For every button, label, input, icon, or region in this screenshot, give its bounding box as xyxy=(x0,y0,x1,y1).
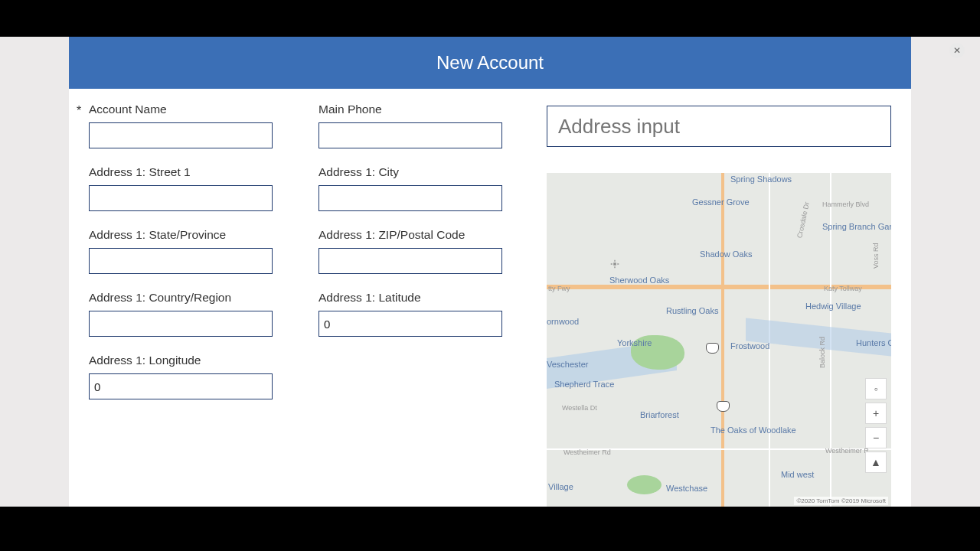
map-tilt-button[interactable]: ▲ xyxy=(865,452,887,473)
map-place-label: Yorkshire xyxy=(617,338,652,347)
map-place-label: Shepherd Trace xyxy=(554,380,614,389)
map-road-label: Crosdale Dr xyxy=(795,201,811,239)
right-pane: Spring Shadows Gessner Grove Spring Bran… xyxy=(533,103,906,507)
field-account-name: Account Name xyxy=(74,103,296,148)
modal-header: New Account xyxy=(69,37,911,89)
label-city: Address 1: City xyxy=(318,165,525,179)
map-place-label: Spring Shadows xyxy=(730,174,792,184)
map-place-label: Mid west xyxy=(781,470,814,479)
input-latitude[interactable] xyxy=(318,311,502,337)
modal-body: Account Name Main Phone Address 1: Stree… xyxy=(69,89,911,507)
modal-title: New Account xyxy=(436,52,544,73)
field-city: Address 1: City xyxy=(303,165,525,211)
plus-icon: + xyxy=(873,407,879,419)
map-locate-button[interactable]: ◦ xyxy=(865,378,887,399)
input-street1[interactable] xyxy=(89,185,273,211)
grab-cursor-icon xyxy=(609,259,620,269)
field-main-phone: Main Phone xyxy=(303,103,525,148)
label-main-phone: Main Phone xyxy=(318,103,525,116)
map-road-label: Voss Rd xyxy=(872,243,880,269)
map-zoom-out-button[interactable]: − xyxy=(865,427,887,448)
map-place-label: Briarforest xyxy=(640,410,679,419)
field-latitude: Address 1: Latitude xyxy=(303,291,525,337)
form-grid: Account Name Main Phone Address 1: Stree… xyxy=(74,103,533,507)
input-account-name[interactable] xyxy=(89,122,273,148)
map-zoom-in-button[interactable]: + xyxy=(865,403,887,424)
label-country: Address 1: Country/Region xyxy=(89,291,296,305)
map-road-label: Hammerly Blvd xyxy=(822,201,869,208)
map-place-label: Hedwig Village xyxy=(805,302,861,311)
map-road-label: Katy Tollway xyxy=(824,285,862,292)
label-street1: Address 1: Street 1 xyxy=(89,165,296,179)
map-attribution: ©2020 TomTom ©2019 Microsoft xyxy=(794,497,888,505)
map-road-label: tty Fwy xyxy=(548,285,570,292)
map-road-label: Balock Rd xyxy=(818,337,826,368)
map-place-label: Sherwood Oaks xyxy=(609,276,669,285)
field-country: Address 1: Country/Region xyxy=(74,291,296,337)
map-road-label: Westheimer Rd xyxy=(564,448,611,456)
input-country[interactable] xyxy=(89,311,273,337)
field-zip: Address 1: ZIP/Postal Code xyxy=(303,228,525,274)
label-state: Address 1: State/Province xyxy=(89,228,296,242)
map-highway xyxy=(721,173,724,507)
map-place-label: Rustling Oaks xyxy=(666,306,718,315)
map-place-label: ornwood xyxy=(547,317,579,326)
close-button[interactable]: ✕ xyxy=(949,43,965,58)
route-shield-icon xyxy=(706,343,719,354)
label-longitude: Address 1: Longitude xyxy=(89,354,296,367)
map-place-label: Hunters Creek Villa xyxy=(856,338,891,347)
map-canvas[interactable]: Spring Shadows Gessner Grove Spring Bran… xyxy=(547,173,891,507)
label-account-name: Account Name xyxy=(89,103,296,116)
input-main-phone[interactable] xyxy=(318,122,502,148)
map-place-label: Veschester xyxy=(547,360,588,369)
map-place-label: The Oaks of Woodlake xyxy=(710,425,796,435)
map-road-label: Westheimer R xyxy=(825,447,869,455)
input-state[interactable] xyxy=(89,248,273,274)
field-state: Address 1: State/Province xyxy=(74,228,296,274)
map-place-label: Spring Branch Gardens xyxy=(822,222,891,231)
input-city[interactable] xyxy=(318,185,502,211)
route-shield-icon xyxy=(717,401,730,412)
close-icon: ✕ xyxy=(953,45,961,56)
minus-icon: − xyxy=(873,432,879,444)
triangle-icon: ▲ xyxy=(871,456,881,468)
letterbox-top xyxy=(0,0,980,37)
letterbox-bottom xyxy=(0,507,980,551)
map-place-label: Westchase xyxy=(666,484,707,493)
label-latitude: Address 1: Latitude xyxy=(318,291,525,305)
label-zip: Address 1: ZIP/Postal Code xyxy=(318,228,525,242)
map-park xyxy=(627,475,662,494)
locate-icon: ◦ xyxy=(874,383,878,395)
map-place-label: Gessner Grove xyxy=(692,197,750,207)
map-place-label: Shadow Oaks xyxy=(700,249,752,259)
address-search-input[interactable] xyxy=(547,106,891,147)
input-longitude[interactable] xyxy=(89,373,273,399)
map-place-label: Village xyxy=(548,482,573,491)
input-zip[interactable] xyxy=(318,248,502,274)
field-street1: Address 1: Street 1 xyxy=(74,165,296,211)
map-road-label: Westella Dt xyxy=(562,404,597,412)
field-longitude: Address 1: Longitude xyxy=(74,354,296,399)
new-account-modal: New Account Account Name Main Phone Addr… xyxy=(69,37,911,507)
map-place-label: Frostwood xyxy=(730,341,769,350)
